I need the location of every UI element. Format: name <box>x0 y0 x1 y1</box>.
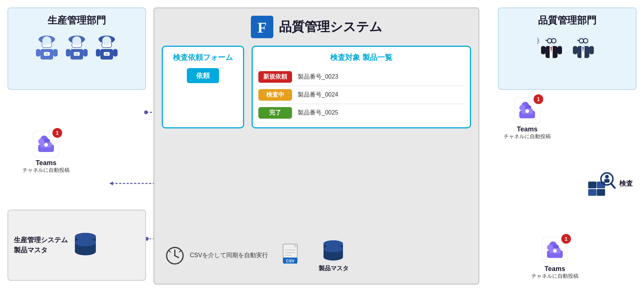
center-section: F 品質管理システム 検査依頼フォーム 依頼 検査対象 製品一覧 新規依頼 製品… <box>154 7 479 285</box>
bottom-teams-label: Teams <box>544 265 565 273</box>
bottom-teams-sub: チャネルに自動投稿 <box>531 273 578 280</box>
bottom-teams-badge: 1 <box>561 234 571 244</box>
svg-rect-89 <box>558 46 562 54</box>
form-title: 検査依頼フォーム <box>168 52 237 63</box>
clock-icon <box>165 246 184 265</box>
workers-row: ID ID <box>14 33 140 63</box>
bottom-sync-area: CSVを介して同期を自動実行 CSV <box>165 238 467 273</box>
left-section: 生産管理部門 ID <box>7 7 146 187</box>
left-teams-icon-wrapper: 1 <box>33 131 59 157</box>
right-teams-badge: 1 <box>534 94 543 104</box>
svg-rect-109 <box>597 182 605 188</box>
csv-container: CSV <box>281 243 302 268</box>
quality-worker-icon-2 <box>569 33 597 63</box>
product-list-box: 検査対象 製品一覧 新規依頼 製品番号_0023 検査中 製品番号_0024 完… <box>252 46 471 128</box>
main-container: 生産管理部門 ID <box>0 0 644 289</box>
svg-rect-108 <box>588 189 596 196</box>
svg-rect-29 <box>36 49 40 57</box>
svg-text:ID: ID <box>76 53 78 55</box>
csv-icon: CSV <box>281 243 302 268</box>
product-row-2: 検査中 製品番号_0024 <box>258 86 464 104</box>
lower-left-text-1: 生産管理システム <box>14 235 68 245</box>
svg-point-34 <box>72 36 81 45</box>
sync-text: CSVを介して同期を自動実行 <box>190 252 268 259</box>
svg-point-25 <box>42 36 51 45</box>
svg-text:ID: ID <box>46 53 48 55</box>
right-teams-label: Teams <box>517 125 538 133</box>
status-badge-new: 新規依頼 <box>258 71 292 83</box>
svg-rect-39 <box>83 49 88 57</box>
production-dept-title: 生産管理部門 <box>14 14 140 27</box>
svg-text:ID: ID <box>106 53 108 55</box>
production-dept-box: 生産管理部門 ID <box>7 7 146 90</box>
right-section: 品質管理部門 <box>498 7 637 187</box>
product-number-3: 製品番号_0025 <box>298 109 338 117</box>
svg-rect-48 <box>113 49 118 57</box>
right-teams-icon-wrapper: 1 <box>514 97 540 124</box>
request-button[interactable]: 依頼 <box>187 68 219 83</box>
svg-rect-88 <box>541 46 546 54</box>
worker-icon-1: ID <box>34 33 60 63</box>
svg-rect-107 <box>588 182 596 188</box>
svg-rect-99 <box>589 46 594 54</box>
lower-left-box: 生産管理システム 製品マスタ <box>7 210 146 281</box>
product-row-1: 新規依頼 製品番号_0023 <box>258 68 464 86</box>
product-row-3: 完了 製品番号_0025 <box>258 104 464 122</box>
quality-dept-box: 品質管理部門 <box>498 7 637 90</box>
status-badge-checking: 検査中 <box>258 89 292 101</box>
svg-point-106 <box>525 109 529 113</box>
worker-icon-3: ID <box>94 33 120 63</box>
svg-rect-30 <box>53 49 58 57</box>
svg-line-112 <box>611 183 615 188</box>
svg-point-79 <box>323 240 343 247</box>
svg-line-67 <box>179 250 181 252</box>
lower-left-db-icon <box>73 231 98 259</box>
right-teams-section: 1 Teams チャネルに自動投稿 <box>504 97 551 140</box>
bottom-teams-icon-wrapper: 1 <box>542 237 568 263</box>
quality-workers-row <box>504 33 630 63</box>
quality-dept-title: 品質管理部門 <box>504 14 630 27</box>
worker-icon-2: ID <box>64 33 90 63</box>
svg-line-66 <box>168 250 171 252</box>
left-teams-badge: 1 <box>52 128 62 138</box>
svg-line-65 <box>175 256 179 258</box>
product-list-title: 検査対象 製品一覧 <box>258 52 464 63</box>
svg-text:F: F <box>257 19 266 36</box>
product-master-label: 製品マスタ <box>319 265 349 273</box>
form-box: 検査依頼フォーム 依頼 <box>162 46 244 128</box>
center-content: 検査依頼フォーム 依頼 検査対象 製品一覧 新規依頼 製品番号_0023 検査中… <box>162 46 471 128</box>
product-number-1: 製品番号_0023 <box>298 73 338 81</box>
system-logo: F <box>251 16 273 38</box>
svg-rect-98 <box>573 46 577 54</box>
product-number-2: 製品番号_0024 <box>298 91 338 99</box>
status-badge-done: 完了 <box>258 107 292 119</box>
inspector-icon <box>586 168 616 198</box>
left-teams-sub: チャネルに自動投稿 <box>22 167 70 174</box>
svg-point-43 <box>102 36 111 45</box>
svg-point-60 <box>75 233 96 240</box>
product-master-db-icon <box>321 238 346 263</box>
inspector-section: 検査 <box>586 168 633 198</box>
left-teams-label: Teams <box>36 159 57 167</box>
svg-text:CSV: CSV <box>286 259 295 263</box>
bottom-right-teams: 1 Teams チャネルに自動投稿 <box>531 237 578 280</box>
svg-rect-47 <box>96 49 100 57</box>
system-title: 品質管理システム <box>279 18 382 36</box>
left-teams-container: 1 Teams チャネルに自動投稿 <box>22 131 70 174</box>
right-teams-container: 1 Teams チャネルに自動投稿 <box>504 97 551 140</box>
svg-point-58 <box>75 248 96 255</box>
svg-point-77 <box>323 254 343 261</box>
right-teams-sub: チャネルに自動投稿 <box>504 133 551 140</box>
lower-left-text-2: 製品マスタ <box>14 245 68 255</box>
left-teams-section: 1 Teams チャネルに自動投稿 <box>22 131 70 174</box>
quality-worker-icon-1 <box>537 33 565 63</box>
svg-rect-114 <box>604 179 610 183</box>
system-header: F 品質管理システム <box>162 16 471 38</box>
svg-point-113 <box>605 175 609 179</box>
svg-rect-38 <box>66 49 70 57</box>
product-master-section: 製品マスタ <box>319 238 349 273</box>
lower-left-title: 生産管理システム 製品マスタ <box>14 235 68 255</box>
inspect-label: 検査 <box>619 179 633 188</box>
sync-row: CSVを介して同期を自動実行 CSV <box>165 238 467 273</box>
svg-point-121 <box>553 249 557 253</box>
